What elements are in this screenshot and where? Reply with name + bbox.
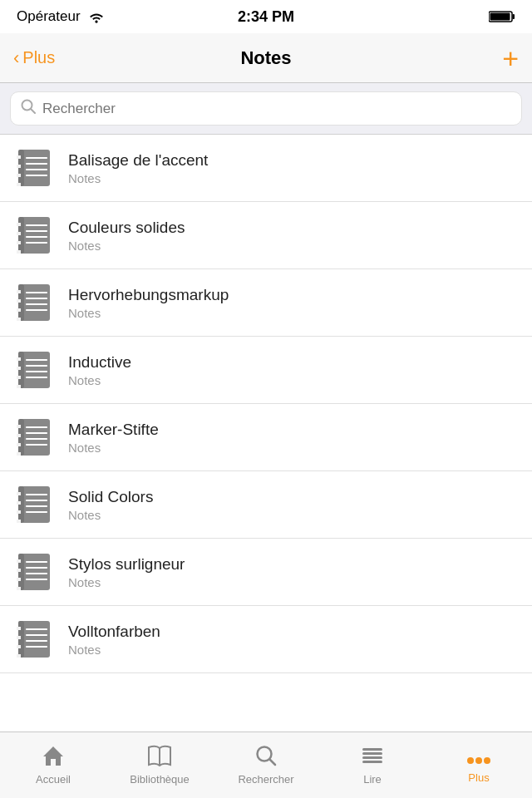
tab-accueil[interactable]: Accueil bbox=[0, 732, 106, 798]
svg-rect-72 bbox=[17, 569, 21, 572]
svg-rect-31 bbox=[17, 290, 21, 293]
svg-rect-92 bbox=[362, 761, 382, 763]
note-subtitle: Notes bbox=[68, 643, 160, 657]
svg-point-95 bbox=[484, 757, 490, 764]
note-list-item[interactable]: Couleurs solidesNotes bbox=[0, 202, 532, 269]
note-title: Balisage de l'accent bbox=[68, 151, 208, 170]
note-icon bbox=[13, 618, 57, 661]
note-subtitle: Notes bbox=[68, 306, 229, 320]
svg-rect-42 bbox=[17, 367, 21, 370]
svg-rect-22 bbox=[17, 232, 21, 235]
note-text-wrap: VolltonfarbenNotes bbox=[68, 623, 160, 657]
note-list-item[interactable]: HervorhebungsmarkupNotes bbox=[0, 269, 532, 337]
svg-rect-13 bbox=[17, 174, 21, 177]
add-note-button[interactable]: + bbox=[502, 44, 519, 72]
svg-rect-63 bbox=[17, 510, 21, 514]
note-icon bbox=[13, 348, 57, 392]
svg-rect-21 bbox=[17, 223, 21, 226]
svg-marker-85 bbox=[43, 746, 63, 766]
search-input[interactable] bbox=[42, 101, 511, 117]
note-subtitle: Notes bbox=[68, 441, 159, 455]
note-list-item[interactable]: Balisage de l'accentNotes bbox=[0, 135, 532, 202]
list-icon bbox=[361, 745, 384, 770]
search-input-wrap[interactable] bbox=[10, 91, 522, 126]
note-list-item[interactable]: Stylos surligneurNotes bbox=[0, 539, 532, 606]
svg-rect-52 bbox=[17, 434, 21, 437]
svg-rect-43 bbox=[17, 376, 21, 379]
svg-rect-23 bbox=[17, 241, 21, 244]
tab-rechercher[interactable]: Rechercher bbox=[213, 732, 319, 798]
note-title: Hervorhebungsmarkup bbox=[68, 286, 229, 304]
svg-rect-90 bbox=[362, 752, 382, 755]
svg-rect-51 bbox=[17, 425, 21, 428]
svg-rect-12 bbox=[17, 165, 21, 168]
svg-rect-64 bbox=[17, 520, 21, 523]
tab-lire-label: Lire bbox=[363, 773, 382, 786]
note-title: Inductive bbox=[68, 353, 131, 372]
svg-rect-25 bbox=[22, 284, 50, 321]
tab-plus-label: Plus bbox=[468, 771, 489, 784]
note-subtitle: Notes bbox=[68, 508, 153, 522]
note-list-item[interactable]: Solid ColorsNotes bbox=[0, 471, 532, 539]
tab-rechercher-label: Rechercher bbox=[238, 773, 293, 786]
note-text-wrap: Solid ColorsNotes bbox=[68, 488, 153, 522]
back-button[interactable]: ‹ Plus bbox=[13, 47, 55, 69]
note-subtitle: Notes bbox=[68, 171, 208, 185]
svg-rect-15 bbox=[22, 217, 50, 254]
svg-rect-24 bbox=[17, 250, 21, 254]
svg-rect-2 bbox=[490, 13, 510, 21]
svg-rect-1 bbox=[513, 14, 515, 19]
svg-rect-32 bbox=[17, 299, 21, 303]
note-icon bbox=[13, 416, 57, 459]
note-icon bbox=[13, 146, 57, 190]
svg-rect-65 bbox=[22, 554, 50, 590]
svg-rect-71 bbox=[17, 559, 21, 563]
note-text-wrap: InductiveNotes bbox=[68, 353, 131, 387]
note-list-item[interactable]: VolltonfarbenNotes bbox=[0, 606, 532, 673]
note-text-wrap: Marker-StifteNotes bbox=[68, 421, 159, 455]
svg-rect-5 bbox=[22, 150, 50, 186]
nav-bar: ‹ Plus Notes + bbox=[0, 33, 532, 83]
note-list-item[interactable]: InductiveNotes bbox=[0, 337, 532, 404]
note-title: Stylos surligneur bbox=[68, 555, 185, 574]
svg-rect-45 bbox=[22, 419, 50, 456]
back-chevron-icon: ‹ bbox=[13, 47, 19, 69]
svg-rect-34 bbox=[17, 318, 21, 321]
svg-rect-14 bbox=[17, 183, 21, 186]
svg-rect-83 bbox=[17, 645, 21, 648]
svg-rect-74 bbox=[17, 587, 21, 590]
svg-rect-54 bbox=[17, 452, 21, 456]
search-bar bbox=[0, 83, 532, 135]
note-list-item[interactable]: Marker-StifteNotes bbox=[0, 404, 532, 471]
svg-rect-33 bbox=[17, 308, 21, 312]
svg-line-4 bbox=[31, 109, 35, 113]
svg-rect-73 bbox=[17, 578, 21, 581]
svg-rect-11 bbox=[17, 155, 21, 159]
svg-point-94 bbox=[475, 757, 482, 764]
note-title: Volltonfarben bbox=[68, 623, 160, 641]
status-bar: Opérateur 2:34 PM bbox=[0, 0, 532, 33]
tab-bibliotheque[interactable]: Bibliothèque bbox=[106, 732, 213, 798]
battery-icon bbox=[489, 10, 515, 23]
note-icon bbox=[13, 214, 57, 257]
tab-bibliotheque-label: Bibliothèque bbox=[130, 773, 190, 786]
svg-rect-62 bbox=[17, 501, 21, 505]
tab-plus[interactable]: Plus bbox=[426, 732, 532, 798]
svg-rect-81 bbox=[17, 627, 21, 630]
note-title: Marker-Stifte bbox=[68, 421, 159, 439]
status-carrier: Opérateur bbox=[17, 8, 106, 25]
search-icon bbox=[21, 99, 36, 118]
note-text-wrap: Balisage de l'accentNotes bbox=[68, 151, 208, 185]
note-text-wrap: Couleurs solidesNotes bbox=[68, 219, 185, 253]
tab-lire[interactable]: Lire bbox=[319, 732, 426, 798]
wifi-icon bbox=[87, 10, 106, 23]
back-label: Plus bbox=[22, 48, 55, 67]
svg-rect-82 bbox=[17, 636, 21, 639]
svg-rect-35 bbox=[22, 352, 50, 388]
status-right bbox=[489, 10, 515, 23]
note-icon bbox=[13, 281, 57, 324]
book-icon bbox=[147, 745, 172, 770]
svg-rect-41 bbox=[17, 357, 21, 361]
home-icon bbox=[42, 745, 65, 770]
svg-rect-53 bbox=[17, 443, 21, 446]
